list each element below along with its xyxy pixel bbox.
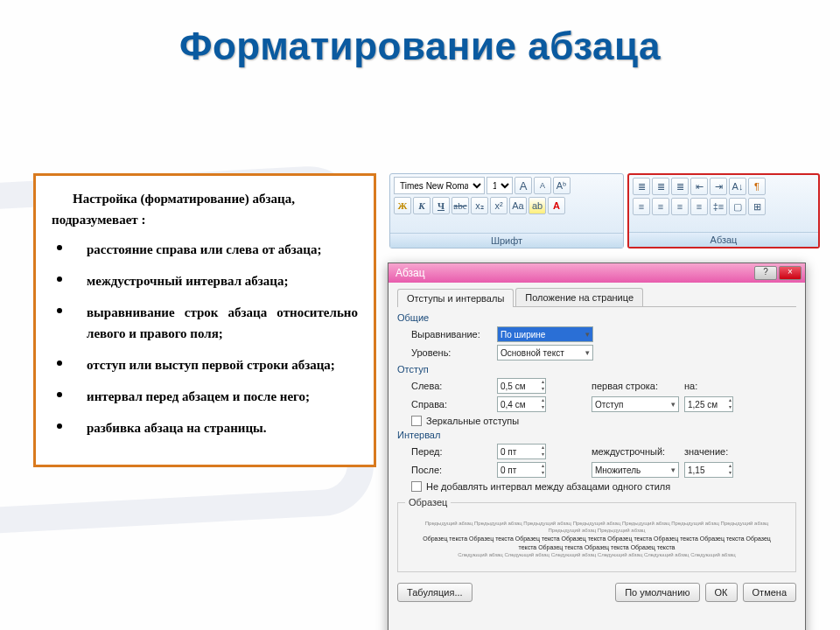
justify-button[interactable]: ≡ (690, 198, 708, 215)
level-label: Уровень: (411, 347, 492, 358)
group-indent-label: Отступ (397, 364, 796, 374)
nospace-label: Не добавлять интервал между абзацами одн… (426, 481, 670, 492)
indent-right-label: Справа: (411, 399, 492, 410)
indent-button[interactable]: ⇥ (710, 178, 727, 195)
firstline-label: первая строка: (592, 381, 679, 391)
list-item: разбивка абзаца на страницы. (52, 417, 358, 438)
checkbox-icon (411, 416, 422, 426)
borders-button[interactable]: ⊞ (748, 198, 766, 215)
card-list: расстояние справа или слева от абзаца; м… (52, 239, 358, 438)
dialog-tabs: Отступы и интервалы Положение на страниц… (397, 288, 796, 307)
ribbon: Times New Roman 12 A A Aᵇ Ж К Ч abc x₂ x… (389, 173, 822, 248)
paragraph-dialog: Абзац ? × Отступы и интервалы Положение … (388, 262, 806, 630)
underline-button[interactable]: Ч (432, 197, 450, 214)
outdent-button[interactable]: ⇤ (690, 178, 708, 195)
list-item: интервал перед абзацем и после него; (52, 386, 358, 407)
list-item: расстояние справа или слева от абзаца; (52, 239, 358, 260)
font-size-combo[interactable]: 12 (486, 177, 513, 194)
firstline-value-spin[interactable]: 1,25 см (684, 396, 733, 412)
font-color-button[interactable]: A (548, 197, 565, 214)
dialog-title: Абзац (396, 267, 425, 279)
checkbox-icon (411, 481, 422, 492)
list-item: междустрочный интервал абзаца; (52, 270, 358, 291)
bullets-button[interactable]: ≣ (633, 178, 650, 195)
group-general-label: Общие (397, 312, 796, 323)
firstline-mode-combo[interactable]: Отступ (592, 396, 679, 412)
show-marks-button[interactable]: ¶ (748, 178, 766, 195)
align-combo[interactable]: По ширине (497, 326, 593, 342)
shading-button[interactable]: ▢ (729, 198, 746, 215)
preview-fieldset: Образец Предыдущий абзац Предыдущий абза… (397, 497, 796, 572)
preview-legend: Образец (405, 497, 451, 508)
italic-button[interactable]: К (413, 197, 430, 214)
help-button[interactable]: ? (754, 266, 777, 280)
dialog-buttons: Табуляция... По умолчанию ОК Отмена (397, 579, 796, 602)
indent-right-spin[interactable]: 0,4 см (497, 396, 546, 412)
align-left-button[interactable]: ≡ (633, 198, 650, 215)
mirror-indents-checkbox[interactable]: Зеркальные отступы (411, 416, 796, 426)
close-button[interactable]: × (779, 266, 802, 280)
linespace-value-spin[interactable]: 1,15 (684, 462, 733, 478)
nospace-checkbox[interactable]: Не добавлять интервал между абзацами одн… (411, 481, 796, 492)
superscript-button[interactable]: x² (490, 197, 508, 214)
list-item: отступ или выступ первой строки абзаца; (52, 354, 358, 375)
multilevel-button[interactable]: ≣ (671, 178, 689, 195)
ribbon-paragraph-label: Абзац (629, 232, 818, 247)
ribbon-group-font: Times New Roman 12 A A Aᵇ Ж К Ч abc x₂ x… (389, 173, 624, 248)
clear-format-button[interactable]: Aᵇ (553, 177, 570, 194)
mirror-indents-label: Зеркальные отступы (426, 416, 519, 426)
linespace-label: междустрочный: (592, 446, 679, 457)
on-label: на: (684, 381, 710, 391)
indent-left-spin[interactable]: 0,5 см (497, 378, 546, 394)
before-spin[interactable]: 0 пт (497, 444, 546, 459)
after-spin[interactable]: 0 пт (497, 462, 546, 478)
highlight-button[interactable]: ab (528, 197, 546, 214)
ribbon-font-label: Шрифт (390, 233, 623, 248)
preview-content: Предыдущий абзац Предыдущий абзац Предыд… (405, 514, 788, 564)
font-name-combo[interactable]: Times New Roman (394, 177, 485, 194)
linespace-mode-combo[interactable]: Множитель (592, 462, 679, 478)
bold-button[interactable]: Ж (394, 197, 411, 214)
numbering-button[interactable]: ≣ (652, 178, 669, 195)
align-right-button[interactable]: ≡ (671, 198, 689, 215)
tab-indents-spacing[interactable]: Отступы и интервалы (397, 289, 514, 307)
after-label: После: (411, 465, 492, 475)
level-combo[interactable]: Основной текст (497, 345, 593, 360)
dialog-titlebar[interactable]: Абзац ? × (388, 263, 805, 283)
indent-left-label: Слева: (411, 381, 492, 391)
align-label: Выравнивание: (411, 329, 492, 340)
list-item: выравнивание строк абзаца относительно л… (52, 302, 358, 344)
default-button[interactable]: По умолчанию (615, 583, 699, 602)
change-case-button[interactable]: Aa (509, 197, 527, 214)
group-spacing-label: Интервал (397, 430, 796, 440)
cancel-button[interactable]: Отмена (743, 583, 796, 602)
shrink-font-button[interactable]: A (534, 177, 551, 194)
ok-button[interactable]: ОК (705, 583, 738, 602)
value-label: значение: (684, 446, 737, 457)
subscript-button[interactable]: x₂ (471, 197, 488, 214)
before-label: Перед: (411, 446, 492, 457)
line-spacing-button[interactable]: ‡≡ (710, 198, 727, 215)
sort-button[interactable]: A↓ (729, 178, 746, 195)
tab-page-position[interactable]: Положение на странице (515, 288, 643, 306)
description-card: Настройка (форматирование) абзаца, подра… (33, 173, 376, 467)
strike-button[interactable]: abc (452, 197, 469, 214)
page-title: Форматирование абзаца (0, 0, 840, 68)
tabs-button[interactable]: Табуляция... (397, 583, 472, 602)
grow-font-button[interactable]: A (514, 177, 532, 194)
align-center-button[interactable]: ≡ (652, 198, 669, 215)
card-lead: Настройка (форматирование) абзаца, подра… (52, 188, 358, 230)
ribbon-group-paragraph: ≣ ≣ ≣ ⇤ ⇥ A↓ ¶ ≡ ≡ ≡ ≡ ‡≡ ▢ ⊞ (627, 173, 820, 248)
